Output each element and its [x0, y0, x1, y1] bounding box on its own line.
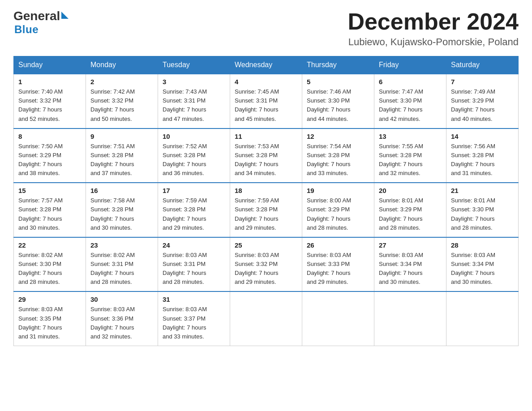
table-row: 24Sunrise: 8:03 AMSunset: 3:31 PMDayligh… — [158, 237, 230, 292]
day-info: Sunrise: 7:57 AMSunset: 3:28 PMDaylight:… — [18, 196, 81, 232]
day-info: Sunrise: 8:02 AMSunset: 3:31 PMDaylight:… — [90, 251, 153, 287]
day-number: 5 — [307, 78, 369, 86]
day-number: 20 — [379, 187, 442, 194]
col-saturday: Saturday — [446, 56, 519, 74]
table-row: 28Sunrise: 8:03 AMSunset: 3:34 PMDayligh… — [446, 237, 519, 292]
day-info: Sunrise: 7:42 AMSunset: 3:32 PMDaylight:… — [90, 87, 153, 124]
table-row: 31Sunrise: 8:03 AMSunset: 3:37 PMDayligh… — [158, 291, 230, 346]
table-row: 27Sunrise: 8:03 AMSunset: 3:34 PMDayligh… — [374, 237, 446, 292]
table-row: 2Sunrise: 7:42 AMSunset: 3:32 PMDaylight… — [86, 74, 158, 128]
day-number: 19 — [307, 187, 369, 194]
col-friday: Friday — [374, 56, 446, 74]
day-info: Sunrise: 7:52 AMSunset: 3:28 PMDaylight:… — [163, 142, 225, 178]
table-row — [374, 291, 446, 346]
day-info: Sunrise: 7:47 AMSunset: 3:30 PMDaylight:… — [379, 87, 442, 124]
table-row: 13Sunrise: 7:55 AMSunset: 3:28 PMDayligh… — [374, 128, 446, 183]
page-header: General Blue December 2024 Lubiewo, Kuja… — [13, 9, 519, 48]
day-info: Sunrise: 7:54 AMSunset: 3:28 PMDaylight:… — [307, 142, 369, 178]
logo-blue-text: Blue — [14, 23, 39, 36]
calendar-week-row: 15Sunrise: 7:57 AMSunset: 3:28 PMDayligh… — [14, 183, 519, 237]
day-info: Sunrise: 8:03 AMSunset: 3:36 PMDaylight:… — [90, 305, 153, 341]
day-info: Sunrise: 7:45 AMSunset: 3:31 PMDaylight:… — [235, 87, 297, 124]
table-row: 12Sunrise: 7:54 AMSunset: 3:28 PMDayligh… — [302, 128, 374, 183]
day-info: Sunrise: 7:56 AMSunset: 3:28 PMDaylight:… — [451, 142, 514, 178]
day-info: Sunrise: 7:59 AMSunset: 3:28 PMDaylight:… — [163, 196, 225, 232]
day-info: Sunrise: 7:49 AMSunset: 3:29 PMDaylight:… — [451, 87, 514, 124]
day-number: 17 — [163, 187, 225, 194]
calendar-header-row: Sunday Monday Tuesday Wednesday Thursday… — [14, 56, 519, 74]
table-row: 25Sunrise: 8:03 AMSunset: 3:32 PMDayligh… — [230, 237, 302, 292]
day-number: 1 — [18, 78, 81, 86]
day-number: 13 — [379, 133, 442, 140]
day-info: Sunrise: 8:03 AMSunset: 3:34 PMDaylight:… — [379, 251, 442, 287]
table-row — [230, 291, 302, 346]
day-info: Sunrise: 8:01 AMSunset: 3:29 PMDaylight:… — [379, 196, 442, 232]
day-number: 6 — [379, 78, 442, 86]
table-row: 11Sunrise: 7:53 AMSunset: 3:28 PMDayligh… — [230, 128, 302, 183]
table-row: 9Sunrise: 7:51 AMSunset: 3:28 PMDaylight… — [86, 128, 158, 183]
calendar-week-row: 8Sunrise: 7:50 AMSunset: 3:29 PMDaylight… — [14, 128, 519, 183]
col-wednesday: Wednesday — [230, 56, 302, 74]
day-number: 2 — [90, 78, 153, 86]
table-row: 18Sunrise: 7:59 AMSunset: 3:28 PMDayligh… — [230, 183, 302, 237]
day-info: Sunrise: 7:43 AMSunset: 3:31 PMDaylight:… — [163, 87, 225, 124]
table-row: 20Sunrise: 8:01 AMSunset: 3:29 PMDayligh… — [374, 183, 446, 237]
month-title: December 2024 — [348, 9, 519, 34]
day-number: 28 — [451, 241, 514, 249]
table-row: 7Sunrise: 7:49 AMSunset: 3:29 PMDaylight… — [446, 74, 519, 128]
table-row: 10Sunrise: 7:52 AMSunset: 3:28 PMDayligh… — [158, 128, 230, 183]
day-number: 8 — [18, 133, 81, 140]
calendar-table: Sunday Monday Tuesday Wednesday Thursday… — [13, 56, 519, 346]
day-number: 18 — [235, 187, 297, 194]
table-row: 21Sunrise: 8:01 AMSunset: 3:30 PMDayligh… — [446, 183, 519, 237]
table-row: 3Sunrise: 7:43 AMSunset: 3:31 PMDaylight… — [158, 74, 230, 128]
location-text: Lubiewo, Kujawsko-Pomorskie, Poland — [348, 36, 519, 48]
day-number: 14 — [451, 133, 514, 140]
day-info: Sunrise: 7:55 AMSunset: 3:28 PMDaylight:… — [379, 142, 442, 178]
table-row: 26Sunrise: 8:03 AMSunset: 3:33 PMDayligh… — [302, 237, 374, 292]
day-info: Sunrise: 7:58 AMSunset: 3:28 PMDaylight:… — [90, 196, 153, 232]
day-info: Sunrise: 7:59 AMSunset: 3:28 PMDaylight:… — [235, 196, 297, 232]
day-number: 15 — [18, 187, 81, 194]
day-number: 10 — [163, 133, 225, 140]
day-info: Sunrise: 8:03 AMSunset: 3:31 PMDaylight:… — [163, 251, 225, 287]
col-monday: Monday — [86, 56, 158, 74]
day-info: Sunrise: 7:50 AMSunset: 3:29 PMDaylight:… — [18, 142, 81, 178]
calendar-week-row: 1Sunrise: 7:40 AMSunset: 3:32 PMDaylight… — [14, 74, 519, 128]
day-info: Sunrise: 8:01 AMSunset: 3:30 PMDaylight:… — [451, 196, 514, 232]
day-number: 3 — [163, 78, 225, 86]
day-number: 26 — [307, 241, 369, 249]
table-row: 17Sunrise: 7:59 AMSunset: 3:28 PMDayligh… — [158, 183, 230, 237]
table-row: 5Sunrise: 7:46 AMSunset: 3:30 PMDaylight… — [302, 74, 374, 128]
day-number: 22 — [18, 241, 81, 249]
day-info: Sunrise: 8:03 AMSunset: 3:34 PMDaylight:… — [451, 251, 514, 287]
col-sunday: Sunday — [14, 56, 86, 74]
day-number: 27 — [379, 241, 442, 249]
day-info: Sunrise: 8:03 AMSunset: 3:32 PMDaylight:… — [235, 251, 297, 287]
day-number: 11 — [235, 133, 297, 140]
col-tuesday: Tuesday — [158, 56, 230, 74]
table-row: 8Sunrise: 7:50 AMSunset: 3:29 PMDaylight… — [14, 128, 86, 183]
table-row: 29Sunrise: 8:03 AMSunset: 3:35 PMDayligh… — [14, 291, 86, 346]
title-block: December 2024 Lubiewo, Kujawsko-Pomorski… — [348, 9, 519, 48]
day-info: Sunrise: 7:51 AMSunset: 3:28 PMDaylight:… — [90, 142, 153, 178]
table-row — [446, 291, 519, 346]
table-row: 23Sunrise: 8:02 AMSunset: 3:31 PMDayligh… — [86, 237, 158, 292]
day-info: Sunrise: 7:46 AMSunset: 3:30 PMDaylight:… — [307, 87, 369, 124]
day-info: Sunrise: 7:40 AMSunset: 3:32 PMDaylight:… — [18, 87, 81, 124]
logo-triangle-icon — [61, 12, 69, 19]
day-info: Sunrise: 8:03 AMSunset: 3:35 PMDaylight:… — [18, 305, 81, 341]
table-row: 6Sunrise: 7:47 AMSunset: 3:30 PMDaylight… — [374, 74, 446, 128]
table-row: 15Sunrise: 7:57 AMSunset: 3:28 PMDayligh… — [14, 183, 86, 237]
day-info: Sunrise: 7:53 AMSunset: 3:28 PMDaylight:… — [235, 142, 297, 178]
day-number: 7 — [451, 78, 514, 86]
day-number: 4 — [235, 78, 297, 86]
table-row: 30Sunrise: 8:03 AMSunset: 3:36 PMDayligh… — [86, 291, 158, 346]
day-info: Sunrise: 8:03 AMSunset: 3:37 PMDaylight:… — [163, 305, 225, 341]
day-number: 31 — [163, 295, 225, 303]
col-thursday: Thursday — [302, 56, 374, 74]
table-row: 22Sunrise: 8:02 AMSunset: 3:30 PMDayligh… — [14, 237, 86, 292]
day-number: 29 — [18, 295, 81, 303]
day-number: 12 — [307, 133, 369, 140]
logo-general-text: General — [13, 9, 60, 23]
